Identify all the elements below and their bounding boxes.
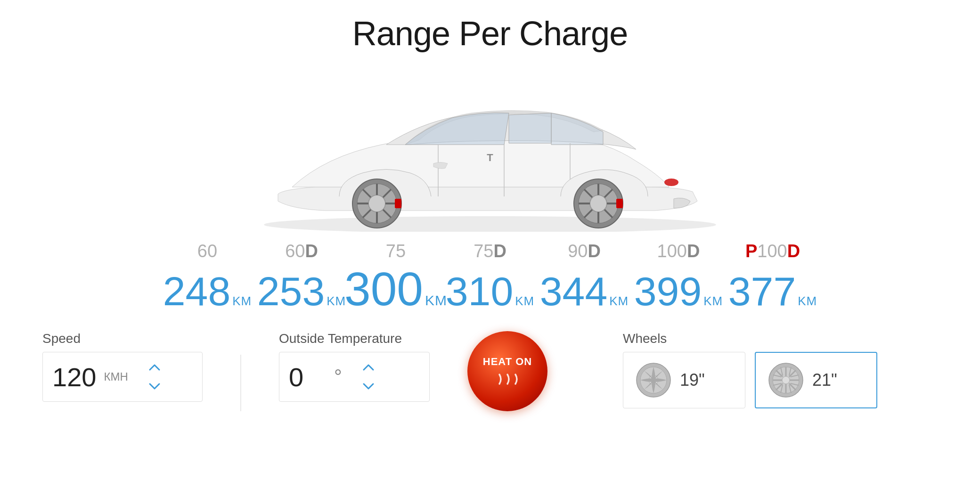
model-75d[interactable]: 75D [443,241,537,261]
speed-value: 120 [52,362,96,392]
model-names-row: 60 60D 75 75D 90D 100D P100D [160,241,820,261]
speed-label: Speed [42,331,203,346]
wheel-option-21[interactable]: 21" [755,352,877,408]
car-image: T [207,57,773,236]
controls-row: Speed 120 КМН Outside Temperature [42,331,938,416]
range-values-row: 248 KM 253 KM 300 KM 310 KM 344 KM 399 K… [137,265,843,312]
range-60: 248 KM [160,271,254,311]
svg-point-19 [590,195,607,212]
svg-point-7 [368,195,385,212]
wheel-19-image [635,361,672,399]
svg-point-0 [264,216,716,232]
page-title: Range Per Charge [352,14,628,53]
temperature-value: 0 [289,362,327,392]
range-60d: 253 KM [254,271,349,311]
heat-on-button[interactable]: HEAT ON [467,331,547,411]
heat-waves-icon [496,371,519,387]
wheel-21-size-label: 21" [812,370,837,390]
temperature-label: Outside Temperature [279,331,430,346]
speed-box: 120 КМН [42,352,203,402]
model-60[interactable]: 60 [160,241,254,261]
wheel-option-19[interactable]: 19" [623,352,745,408]
model-p100d[interactable]: P100D [726,241,820,261]
range-75: 300 KM [349,265,443,312]
temperature-stepper [359,360,378,394]
svg-point-1 [664,179,678,186]
model-100d[interactable]: 100D [631,241,726,261]
speed-up-button[interactable] [145,360,164,375]
wheels-label: Wheels [623,331,877,346]
heat-button-label: HEAT ON [483,356,532,368]
temp-up-button[interactable] [359,360,378,375]
range-75d: 310 KM [443,271,537,311]
range-90d: 344 KM [537,271,631,311]
wheels-options: 19" [623,352,877,408]
temperature-unit: ° [334,366,342,388]
temperature-control: Outside Temperature 0 ° [279,331,430,402]
speed-control: Speed 120 КМН [42,331,203,402]
temp-down-button[interactable] [359,379,378,394]
temperature-box: 0 ° [279,352,430,402]
svg-rect-16 [395,199,401,208]
divider-1 [240,355,241,411]
heat-button-container: HEAT ON [467,331,547,416]
model-60d[interactable]: 60D [254,241,349,261]
wheel-19-size-label: 19" [680,370,705,390]
range-p100d: 377 KM [726,271,820,311]
speed-down-button[interactable] [145,379,164,394]
svg-point-35 [782,376,790,384]
wheel-21-image [767,361,805,399]
model-90d[interactable]: 90D [537,241,631,261]
wheels-control: Wheels 19" [623,331,877,408]
svg-rect-28 [616,199,623,208]
speed-stepper [145,360,164,394]
speed-unit: КМН [104,370,128,383]
range-100d: 399 KM [631,271,726,311]
svg-text:T: T [487,152,493,163]
model-75[interactable]: 75 [349,241,443,261]
